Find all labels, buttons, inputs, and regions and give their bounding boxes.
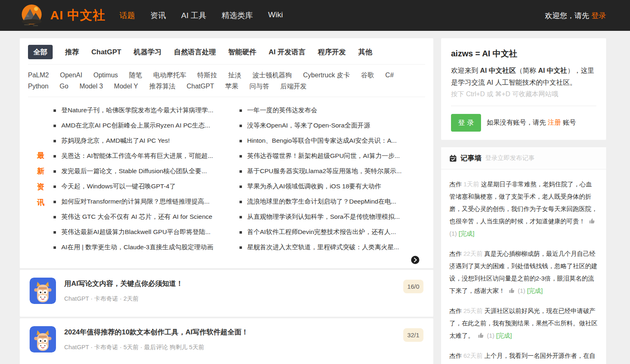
nav-item-featured-libs[interactable]: 精选类库: [222, 10, 253, 21]
nav-item-ai-tools[interactable]: AI 工具: [181, 10, 206, 21]
square-bullet-icon: [239, 201, 242, 203]
primary-filter-tag[interactable]: 推荐: [65, 45, 79, 59]
news-item: 英伟达吞噬世界！新架构超级GPU问世，AI算力一步...: [239, 148, 425, 164]
nav-item-topics[interactable]: 话题: [119, 10, 135, 21]
primary-filter-tag[interactable]: 自然语言处理: [174, 45, 216, 59]
secondary-filter-tag[interactable]: 波士顿机器狗: [253, 70, 292, 81]
primary-filter-tag[interactable]: 其他: [358, 45, 372, 59]
topic-body: 2024年值得推荐的10款文本创作工具，AI写作软件超全面！ChatGPT · …: [64, 326, 395, 357]
primary-filter-tag[interactable]: 智能硬件: [228, 45, 256, 59]
note-done-tag[interactable]: [完成]: [496, 332, 512, 339]
secondary-filter-tag[interactable]: 随笔: [129, 70, 142, 81]
news-item: 如何应对Transformer的计算局限？思维链推理提高...: [53, 194, 239, 209]
nav-item-news[interactable]: 资讯: [150, 10, 166, 21]
login-link[interactable]: 登录: [591, 12, 606, 20]
about-intro-run: AI 中文社: [538, 67, 567, 74]
news-link[interactable]: 星舰首次进入太空轨道，里程碑式突破：人类离火星...: [247, 243, 399, 252]
secondary-filter-row: PaLM2OpenAIOptimus随笔电动摩托车特斯拉扯淡波士顿机器狗Cybe…: [28, 65, 425, 97]
secondary-filter-tag[interactable]: Model 3: [79, 81, 103, 92]
square-bullet-icon: [53, 109, 56, 112]
note-done-tag[interactable]: [完成]: [459, 230, 474, 237]
news-link[interactable]: 登Nature子刊，哈佛医学院发布迄今最大计算病理学...: [61, 106, 213, 115]
secondary-filter-tag[interactable]: 苹果: [225, 81, 238, 92]
news-link[interactable]: AMD在北京AI PC创新峰会上展示Ryzen AI PC生态...: [61, 121, 210, 130]
main-nav: 话题资讯AI 工具精选类库Wiki: [119, 10, 283, 21]
news-link[interactable]: 英伟达最新AI超级算力Blackwell GPU平台即将登陆...: [61, 228, 211, 236]
secondary-filter-tag[interactable]: C#: [385, 70, 393, 81]
secondary-filter-tag[interactable]: Cybertruck 皮卡: [303, 70, 350, 81]
secondary-filter-tag[interactable]: Go: [60, 81, 68, 92]
news-link[interactable]: 今天起，Windows可以一键召唤GPT-4了: [61, 182, 176, 191]
news-link[interactable]: 如何应对Transformer的计算局限？思维链推理提高...: [61, 197, 209, 206]
secondary-filter-tag[interactable]: OpenAI: [60, 70, 82, 81]
bookmark-hint: 按下 Ctrl+D 或 ⌘+D 可收藏本网站哦: [451, 90, 596, 99]
nav-item-wiki[interactable]: Wiki: [268, 10, 283, 21]
secondary-filter-tag[interactable]: 特斯拉: [198, 70, 217, 81]
news-item: 登Nature子刊，哈佛医学院发布迄今最大计算病理学...: [53, 103, 239, 118]
note-author[interactable]: 杰作: [449, 250, 462, 257]
secondary-filter-tag[interactable]: 电动摩托车: [153, 70, 186, 81]
secondary-filter-tag[interactable]: 谷歌: [361, 70, 374, 81]
arrow-right-icon: [411, 256, 419, 264]
topic-title[interactable]: 用AI写论文内容，关键点你必须知道！: [64, 279, 395, 288]
news-link[interactable]: 流浪地球里的数字生命计划启动了？DeepMind在电...: [247, 197, 397, 206]
secondary-filter-tag[interactable]: 推荐算法: [149, 81, 175, 92]
thumbs-up-icon[interactable]: [589, 218, 595, 224]
note-author[interactable]: 杰作: [449, 307, 462, 314]
secondary-filter-tag[interactable]: Model Y: [114, 81, 138, 92]
news-link[interactable]: 首个AI软件工程师Devin完整技术报告出炉，还有人...: [247, 228, 396, 236]
news-link[interactable]: 没等来OpenAI，等来了Open-Sora全面开源: [247, 121, 370, 130]
square-bullet-icon: [53, 140, 56, 142]
secondary-filter-tag[interactable]: 扯淡: [228, 70, 242, 81]
note-author[interactable]: 杰作: [449, 181, 462, 188]
news-item: 英伟达 GTC 大会不仅有 AI 芯片，还有 AI for Science: [53, 209, 239, 225]
news-link[interactable]: 从直观物理学谈到认知科学，Sora不是传统物理模拟...: [247, 213, 400, 221]
news-link[interactable]: 苹果为杀入AI领域低调收购，iOS 18要有大动作: [247, 182, 381, 191]
square-bullet-icon: [239, 216, 242, 218]
news-item: 基于CPU服务器实现Llama2等应用落地，英特尔展示...: [239, 164, 425, 179]
news-link[interactable]: AI在用 | 数学更生动，Claude-3直接生成勾股定理动画: [61, 243, 213, 252]
note-author[interactable]: 杰作: [449, 352, 462, 359]
topic-avatar: [30, 278, 56, 304]
login-row: 登 录 如果没有账号，请先 注册 账号: [451, 106, 596, 140]
news-link[interactable]: 吴恩达：AI智能体工作流今年将有巨大进展，可能超...: [61, 152, 213, 160]
more-news-button[interactable]: [411, 256, 419, 264]
register-link[interactable]: 注册: [548, 119, 561, 126]
news-link[interactable]: 苏妈现身北京，AMD喊出了AI PC Yes!: [61, 137, 170, 145]
primary-filter-tag[interactable]: 程序开发: [318, 45, 346, 59]
about-card: aizws = AI 中文社 欢迎来到 AI 中文社区（简称 AI 中文社），这…: [441, 38, 606, 140]
thumbs-up-icon[interactable]: [478, 332, 484, 338]
news-link[interactable]: 英伟达吞噬世界！新架构超级GPU问世，AI算力一步...: [247, 152, 400, 160]
latest-news-label-char: 讯: [37, 197, 44, 207]
primary-filter-tag[interactable]: 机器学习: [134, 45, 162, 59]
notes-wall-card: 记事墙 登录立即发布记事 杰作 1天前 这星期日子非常难熬，老妈住院了，心血管堵…: [441, 147, 606, 364]
secondary-filter-tag[interactable]: Python: [28, 81, 49, 92]
news-link[interactable]: 英伟达 GTC 大会不仅有 AI 芯片，还有 AI for Science: [61, 213, 212, 221]
news-item: 一年一度的英伟达发布会: [239, 103, 425, 118]
note-done-tag[interactable]: [完成]: [527, 287, 543, 294]
news-link[interactable]: 一年一度的英伟达发布会: [247, 106, 318, 115]
brand[interactable]: AI 中文社: [20, 4, 105, 28]
primary-filter-tag[interactable]: ChatGPT: [91, 46, 121, 59]
secondary-filter-tag[interactable]: Optimus: [93, 70, 118, 81]
secondary-filter-tag[interactable]: ChatGPT: [186, 81, 214, 92]
topic-title[interactable]: 2024年值得推荐的10款文本创作工具，AI写作软件超全面！: [64, 327, 395, 337]
secondary-filter-tag[interactable]: 后端开发: [280, 81, 307, 92]
news-link[interactable]: 基于CPU服务器实现Llama2等应用落地，英特尔展示...: [247, 167, 402, 176]
primary-filter-tag[interactable]: 全部: [28, 45, 53, 59]
primary-filter-tag[interactable]: AI 开发语言: [269, 45, 306, 59]
news-link[interactable]: Hinton、Bengio等联合中国专家达成AI安全共识：A...: [247, 137, 397, 145]
secondary-filter-tag[interactable]: 问与答: [249, 81, 269, 92]
filter-news-card: 全部推荐ChatGPT机器学习自然语言处理智能硬件AI 开发语言程序开发其他 P…: [20, 38, 433, 268]
topic-row: 用AI写论文内容，关键点你必须知道！ChatGPT · 卡布奇诺 · 2天前16…: [20, 270, 433, 317]
login-button[interactable]: 登 录: [451, 114, 481, 132]
secondary-filter-tag[interactable]: PaLM2: [28, 70, 49, 81]
news-column-2: 一年一度的英伟达发布会没等来OpenAI，等来了Open-Sora全面开源Hin…: [239, 103, 425, 255]
square-bullet-icon: [53, 170, 56, 173]
thumbs-up-icon[interactable]: [509, 287, 515, 294]
primary-filter-row: 全部推荐ChatGPT机器学习自然语言处理智能硬件AI 开发语言程序开发其他: [28, 45, 425, 65]
news-item: Hinton、Bengio等联合中国专家达成AI安全共识：A...: [239, 133, 425, 148]
note-time: 22天前: [463, 250, 483, 257]
news-link[interactable]: 发完最后一篇论文，Stable Diffusion核心团队全要...: [61, 167, 207, 176]
latest-news-label: 最新资讯: [28, 151, 53, 207]
